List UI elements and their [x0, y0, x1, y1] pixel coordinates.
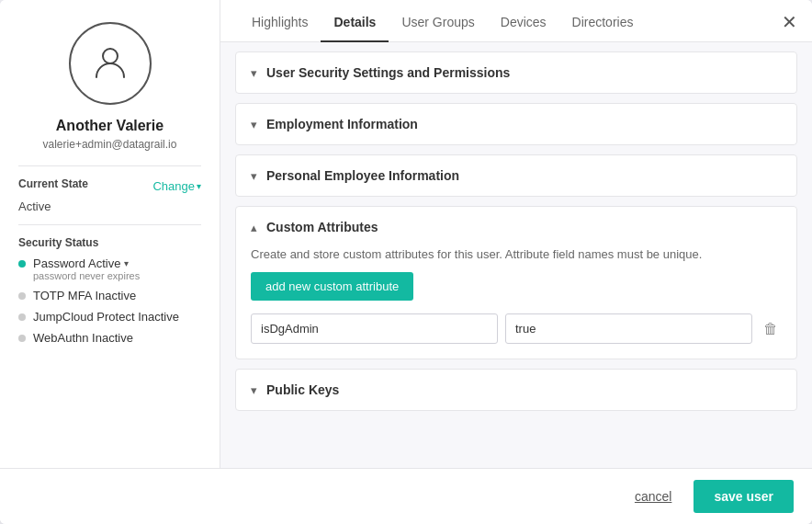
accordion-header-employment[interactable]: ▾ Employment Information [236, 104, 796, 144]
tab-devices[interactable]: Devices [488, 0, 559, 42]
security-status-label: Security Status [18, 236, 201, 249]
security-item: Password Active ▾ password never expires [18, 256, 201, 281]
chevron-down-icon: ▾ [251, 383, 257, 397]
chevron-down-icon: ▾ [251, 118, 257, 131]
add-custom-attribute-button[interactable]: add new custom attribute [251, 272, 413, 301]
tab-details[interactable]: Details [321, 0, 389, 42]
accordion-description: Create and store custom attributes for t… [251, 247, 782, 261]
security-item-name: TOTP MFA Inactive [33, 289, 136, 302]
security-item-name: WebAuthn Inactive [33, 331, 133, 345]
attribute-row: 🗑 [251, 313, 782, 344]
avatar [69, 22, 152, 105]
security-item-name: JumpCloud Protect Inactive [33, 310, 179, 324]
user-email: valerie+admin@datagrail.io [43, 138, 177, 151]
sidebar: Another Valerie valerie+admin@datagrail.… [0, 0, 220, 468]
security-item-text: Password Active ▾ password never expires [33, 256, 140, 281]
status-dot-gray [18, 335, 26, 342]
accordion-employment: ▾ Employment Information [235, 103, 797, 145]
accordion-header-personal[interactable]: ▾ Personal Employee Information [236, 155, 796, 196]
security-item: WebAuthn Inactive [18, 331, 201, 345]
change-state-button[interactable]: Change ▾ [152, 179, 201, 193]
accordion-public-keys: ▾ Public Keys [235, 369, 797, 411]
security-status-section: Security Status Password Active ▾ passwo… [18, 236, 201, 352]
security-item-name: Password Active ▾ [33, 256, 140, 270]
tabs-bar: Highlights Details User Groups Devices D… [220, 0, 812, 42]
state-value: Active [18, 199, 201, 213]
tab-user-groups[interactable]: User Groups [389, 0, 487, 42]
svg-point-0 [103, 49, 118, 63]
state-row: Current State Change ▾ [18, 177, 201, 194]
chevron-down-icon: ▾ [251, 66, 257, 80]
security-item: TOTP MFA Inactive [18, 289, 201, 302]
security-item-text: TOTP MFA Inactive [33, 289, 136, 302]
security-item-text: JumpCloud Protect Inactive [33, 310, 179, 324]
accordion-security: ▾ User Security Settings and Permissions [235, 51, 797, 94]
accordion-header-security[interactable]: ▾ User Security Settings and Permissions [236, 52, 796, 93]
chevron-right-icon: ▾ [124, 258, 129, 268]
security-item-text: WebAuthn Inactive [33, 331, 133, 345]
tab-directories[interactable]: Directories [559, 0, 647, 42]
status-dot-gray [18, 313, 26, 321]
sidebar-divider [18, 165, 201, 166]
user-avatar-icon [89, 40, 131, 86]
attribute-key-input[interactable] [251, 313, 498, 344]
accordion-title-personal: Personal Employee Information [266, 168, 459, 183]
content-area: ▾ User Security Settings and Permissions… [220, 42, 812, 468]
delete-attribute-button[interactable]: 🗑 [760, 317, 782, 341]
security-item: JumpCloud Protect Inactive [18, 310, 201, 324]
trash-icon: 🗑 [763, 321, 778, 336]
current-state-section: Current State Change ▾ Active [18, 177, 201, 213]
accordion-header-custom[interactable]: ▴ Custom Attributes [236, 207, 796, 247]
accordion-title-employment: Employment Information [266, 117, 418, 131]
tab-highlights[interactable]: Highlights [239, 0, 321, 42]
attribute-value-input[interactable] [505, 313, 752, 344]
main-content: Highlights Details User Groups Devices D… [220, 0, 812, 468]
chevron-down-icon: ▾ [197, 181, 201, 191]
close-button[interactable]: ✕ [782, 13, 797, 31]
security-item-sub: password never expires [33, 270, 140, 281]
cancel-button[interactable]: cancel [624, 482, 682, 511]
current-state-label: Current State [18, 177, 88, 190]
modal: ✕ Another Valerie valerie+admin@datagrai… [0, 0, 812, 524]
accordion-title-security: User Security Settings and Permissions [266, 65, 510, 80]
modal-footer: cancel save user [0, 468, 812, 524]
status-dot-green [18, 260, 26, 268]
accordion-custom-attributes: ▴ Custom Attributes Create and store cus… [235, 206, 797, 359]
chevron-down-icon: ▾ [251, 169, 257, 183]
user-name: Another Valerie [56, 118, 164, 134]
change-label: Change [152, 179, 195, 193]
chevron-up-icon: ▴ [251, 221, 257, 234]
accordion-title-custom: Custom Attributes [266, 220, 378, 234]
status-dot-gray [18, 292, 26, 300]
modal-body: Another Valerie valerie+admin@datagrail.… [0, 0, 812, 468]
accordion-title-public-keys: Public Keys [266, 382, 339, 397]
sidebar-divider-2 [18, 224, 201, 225]
accordion-personal: ▾ Personal Employee Information [235, 154, 797, 197]
accordion-header-public-keys[interactable]: ▾ Public Keys [236, 370, 796, 410]
modal-overlay: ✕ Another Valerie valerie+admin@datagrai… [0, 0, 812, 524]
accordion-body-custom: Create and store custom attributes for t… [236, 247, 796, 359]
save-user-button[interactable]: save user [694, 480, 794, 513]
